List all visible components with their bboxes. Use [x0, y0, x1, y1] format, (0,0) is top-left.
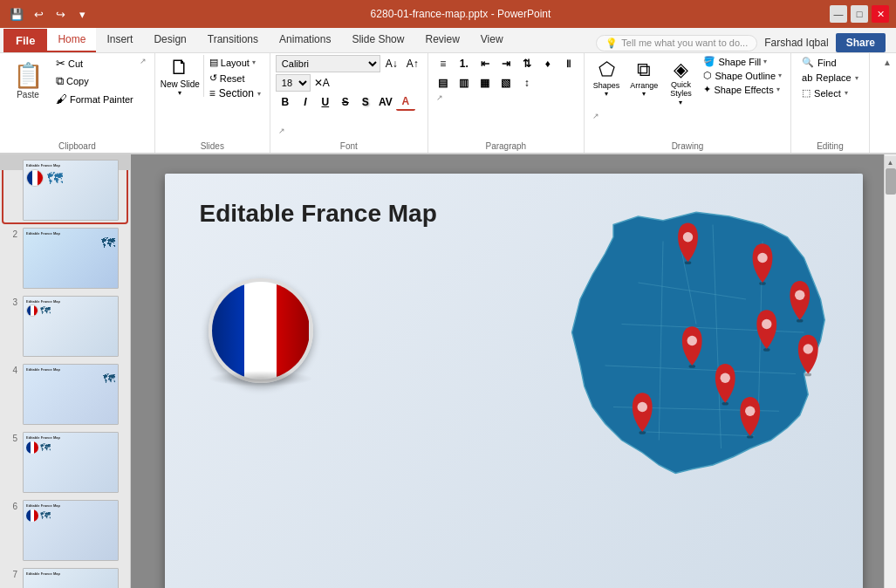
- shape-effects-button[interactable]: ✦ Shape Effects ▾: [700, 83, 785, 96]
- new-slide-icon: 🗋: [169, 55, 190, 79]
- copy-button[interactable]: ⧉ Copy: [52, 72, 137, 90]
- slide-thumbnail-1[interactable]: 1 Editable France Map 🗺: [3, 158, 127, 222]
- paragraph-dialog-button[interactable]: ↗: [434, 92, 446, 104]
- lightbulb-icon: 💡: [605, 38, 618, 49]
- decrease-font-button[interactable]: A↓: [382, 55, 401, 72]
- redo-button[interactable]: ↪: [51, 4, 70, 24]
- reset-button[interactable]: ↺ Reset: [206, 71, 264, 85]
- replace-button[interactable]: ab Replace ▾: [797, 71, 864, 85]
- title-bar-left: 💾 ↩ ↪ ▾: [7, 4, 92, 24]
- slides-small-buttons: ▤ Layout ▾ ↺ Reset ≡ Section ▾: [206, 55, 264, 100]
- shape-fill-icon: 🪣: [703, 56, 715, 67]
- arrange-button[interactable]: ⧉ Arrange ▾: [626, 55, 661, 101]
- paste-button[interactable]: 📋 Paste: [5, 55, 51, 107]
- italic-button[interactable]: I: [296, 93, 315, 111]
- format-painter-button[interactable]: 🖌 Format Painter: [52, 91, 137, 107]
- clear-format-button[interactable]: ✕A: [312, 74, 332, 92]
- tab-review[interactable]: Review: [414, 28, 469, 52]
- maximize-button[interactable]: □: [851, 5, 868, 23]
- slides-group: 🗋 New Slide ▾ ▤ Layout ▾ ↺ Reset ≡: [155, 53, 270, 153]
- clipboard-dialog-button[interactable]: ↗: [137, 55, 149, 67]
- justify-button[interactable]: ▧: [496, 74, 516, 92]
- section-button[interactable]: ≡ Section ▾: [206, 86, 264, 100]
- tab-transitions[interactable]: Transitions: [197, 28, 269, 52]
- slide-thumbnail-7[interactable]: 7 Editable France Map: [3, 566, 127, 588]
- tab-view[interactable]: View: [470, 28, 514, 52]
- increase-font-button[interactable]: A↑: [403, 55, 422, 72]
- font-format-row: B I U S S AV A: [276, 93, 422, 111]
- slide-thumbnail-5[interactable]: 5 Editable France Map 🗺: [3, 430, 127, 495]
- decrease-indent-button[interactable]: ⇤: [475, 55, 495, 72]
- user-name-label[interactable]: Farshad Iqbal: [764, 37, 828, 49]
- line-spacing-button[interactable]: ↕: [517, 74, 537, 92]
- quick-styles-button[interactable]: ◈ QuickStyles ▾: [665, 55, 696, 110]
- font-dialog-button[interactable]: ↗: [276, 125, 288, 137]
- shape-outline-button[interactable]: ⬡ Shape Outline ▾: [700, 69, 785, 82]
- scrollbar-thumb[interactable]: [886, 168, 896, 195]
- font-group-content: Calibri A↓ A↑ 18 ✕A B I U S S: [276, 55, 422, 125]
- drawing-dialog-button[interactable]: ↗: [590, 110, 602, 122]
- tab-slideshow[interactable]: Slide Show: [341, 28, 414, 52]
- flag-blue-section: [212, 282, 244, 379]
- flag-white-section: [244, 282, 277, 379]
- align-left-button[interactable]: ▤: [434, 74, 453, 92]
- ribbon-tabs-row: File Home Insert Design Transitions Anim…: [0, 28, 896, 53]
- select-icon: ⬚: [802, 87, 811, 99]
- increase-indent-button[interactable]: ⇥: [496, 55, 516, 72]
- slide-canvas[interactable]: Editable France Map: [165, 174, 863, 588]
- close-button[interactable]: ✕: [872, 5, 889, 23]
- columns-button[interactable]: ⫴: [559, 55, 578, 72]
- tab-file[interactable]: File: [3, 29, 47, 52]
- collapse-ribbon-button[interactable]: ▲: [880, 55, 894, 69]
- share-button[interactable]: Share: [836, 33, 886, 52]
- slide-thumbnail-3[interactable]: 3 Editable France Map 🗺: [3, 294, 127, 359]
- main-area: ▲ 1 Editable France Map 🗺: [0, 154, 896, 588]
- convert-smart-button[interactable]: ♦: [538, 55, 557, 72]
- slide-thumbnail-4[interactable]: 4 Editable France Map 🗺: [3, 362, 127, 427]
- align-center-button[interactable]: ▥: [455, 74, 474, 92]
- quick-access-toolbar: 💾 ↩ ↪ ▾: [7, 4, 92, 24]
- customize-qat-button[interactable]: ▾: [72, 4, 92, 24]
- layout-icon: ▤: [209, 57, 218, 68]
- shadow-button[interactable]: S: [356, 93, 375, 111]
- slide-thumbnail-6[interactable]: 6 Editable France Map 🗺: [3, 498, 127, 563]
- save-button[interactable]: 💾: [7, 4, 26, 24]
- align-right-button[interactable]: ▦: [475, 74, 495, 92]
- font-name-selector[interactable]: Calibri: [276, 55, 380, 72]
- scroll-up-button[interactable]: ▲: [885, 156, 897, 168]
- font-row1: Calibri A↓ A↑: [276, 55, 422, 72]
- svg-point-17: [762, 319, 771, 329]
- slide-2-image: Editable France Map 🗺: [23, 228, 119, 289]
- find-button[interactable]: 🔍 Find: [797, 55, 864, 70]
- font-color-button[interactable]: A: [396, 93, 415, 111]
- svg-point-27: [745, 407, 755, 416]
- strikethrough-button[interactable]: S: [336, 93, 355, 111]
- tab-insert[interactable]: Insert: [96, 28, 143, 52]
- slide-thumbnail-2[interactable]: 2 Editable France Map 🗺: [3, 226, 127, 291]
- tab-home[interactable]: Home: [47, 28, 96, 52]
- cut-button[interactable]: ✂ Cut: [52, 55, 137, 72]
- bold-button[interactable]: B: [276, 93, 295, 111]
- numbering-button[interactable]: 1.: [455, 55, 474, 72]
- font-size-selector[interactable]: 18: [276, 74, 311, 92]
- shape-fill-button[interactable]: 🪣 Shape Fill ▾: [700, 55, 785, 68]
- paragraph-group: ≡ 1. ⇤ ⇥ ⇅ ♦ ⫴ ▤ ▥ ▦ ▧ ↕ Paragraph ↗: [428, 53, 585, 153]
- undo-button[interactable]: ↩: [29, 4, 48, 24]
- tell-me-input[interactable]: 💡 Tell me what you want to do...: [596, 35, 757, 51]
- new-slide-button[interactable]: 🗋 New Slide ▾: [161, 55, 204, 97]
- slide-6-image: Editable France Map 🗺: [23, 500, 119, 561]
- vertical-scrollbar[interactable]: ▲ ▼: [884, 154, 896, 588]
- text-direction-button[interactable]: ⇅: [517, 55, 537, 72]
- layout-button[interactable]: ▤ Layout ▾: [206, 55, 264, 70]
- window-title: 6280-01-france-map.pptx - PowerPoint: [92, 8, 830, 20]
- char-spacing-button[interactable]: AV: [376, 93, 395, 111]
- bullets-button[interactable]: ≡: [434, 55, 453, 72]
- tab-design[interactable]: Design: [143, 28, 196, 52]
- minimize-button[interactable]: —: [830, 5, 847, 23]
- select-button[interactable]: ⬚ Select ▾: [797, 85, 864, 100]
- slide-title: Editable France Map: [200, 200, 437, 228]
- copy-icon: ⧉: [56, 74, 64, 88]
- underline-button[interactable]: U: [316, 93, 335, 111]
- tab-animations[interactable]: Animations: [269, 28, 341, 52]
- shapes-button[interactable]: ⬠ Shapes ▾: [590, 55, 624, 101]
